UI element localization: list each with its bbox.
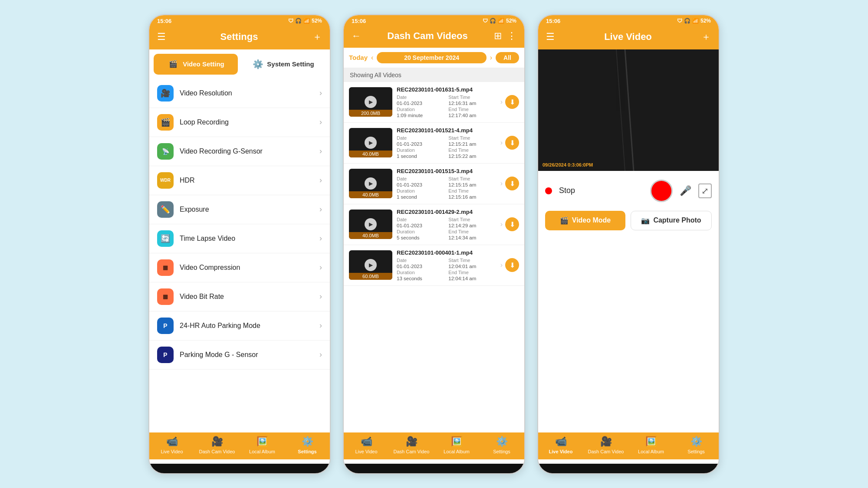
capture-photo-button[interactable]: 📷 Capture Photo	[631, 211, 712, 230]
play-icon-3[interactable]: ▶	[365, 177, 377, 190]
settings-item-bitrate[interactable]: ▦ Video Bit Rate ›	[149, 282, 330, 311]
wifi-icon-2: 📶	[498, 18, 504, 24]
gsensor-icon: 📡	[157, 143, 174, 160]
nav-live-video-3[interactable]: 📹 Live Video	[538, 436, 583, 454]
settings-item-exposure[interactable]: ✏️ Exposure ›	[149, 195, 330, 224]
video-item-4[interactable]: ▶ 40.0MB REC20230101-001429-2.mp4 Date S…	[344, 204, 524, 245]
gear-tab-icon: ⚙️	[253, 59, 263, 69]
settings-item-parking-24hr[interactable]: P 24-HR Auto Parking Mode ›	[149, 311, 330, 341]
play-icon-4[interactable]: ▶	[365, 218, 377, 230]
video-size-3: 40.0MB	[349, 191, 392, 198]
filter-next-icon[interactable]: ›	[490, 54, 492, 62]
shield-icon: 🛡	[288, 18, 293, 24]
top-bar-3: ☰ Live Video ＋	[538, 27, 719, 49]
filter-today-label[interactable]: Today	[349, 54, 368, 61]
start-val-2: 12:15:21 am	[448, 141, 496, 147]
microphone-icon[interactable]: 🎤	[680, 185, 691, 197]
settings-item-gsensor[interactable]: 📡 Video Recording G-Sensor ›	[149, 137, 330, 166]
settings-item-loop-recording[interactable]: 🎬 Loop Recording ›	[149, 108, 330, 137]
play-icon-2[interactable]: ▶	[365, 137, 377, 149]
nav-live-video-icon-1: 📹	[166, 436, 178, 447]
parking-gsensor-icon: P	[157, 347, 174, 363]
live-control-row1: Stop 🎤 ⤢	[545, 180, 712, 202]
play-icon-5[interactable]: ▶	[365, 259, 377, 271]
download-btn-1[interactable]: ⬇	[505, 95, 519, 109]
video-item-1[interactable]: ▶ 200.0MB REC20230101-001631-5.mp4 Date …	[344, 82, 524, 123]
top-bar-2: ← Dash Cam Videos ⊞ ⋮	[344, 27, 524, 48]
video-mode-button[interactable]: 🎬 Video Mode	[545, 211, 625, 230]
video-feed-svg	[538, 49, 719, 171]
back-icon-2[interactable]: ←	[352, 30, 361, 42]
settings-item-video-resolution[interactable]: 🎥 Video Resolution ›	[149, 79, 330, 108]
menu-icon-3[interactable]: ☰	[546, 31, 555, 43]
nav-dash-icon-2: 🎥	[406, 436, 418, 447]
chevron-right-5: ›	[500, 261, 503, 269]
tab-video-setting[interactable]: 🎬 Video Setting	[154, 54, 238, 75]
settings-item-compression[interactable]: ▦ Video Compression ›	[149, 253, 330, 282]
filter-prev-icon[interactable]: ‹	[371, 54, 373, 62]
date-filter: Today ‹ 20 September 2024 › All	[344, 48, 524, 68]
video-right-3: › ⬇	[500, 177, 519, 190]
video-item-5[interactable]: ▶ 60.0MB REC20230101-000401-1.mp4 Date S…	[344, 245, 524, 286]
page-title-1: Settings	[166, 31, 312, 43]
nav-settings-3[interactable]: ⚙️ Settings	[674, 436, 719, 454]
nav-dash-cam-2[interactable]: 🎥 Dash Cam Video	[389, 436, 434, 454]
end-label-5: End Time	[448, 270, 496, 275]
video-thumb-3: ▶ 40.0MB	[349, 169, 392, 198]
end-label-2: End Time	[448, 147, 496, 153]
video-size-4: 40.0MB	[349, 232, 392, 239]
filter-all-button[interactable]: All	[496, 52, 519, 63]
nav-dash-icon-3: 🎥	[600, 436, 612, 447]
menu-icon-1[interactable]: ☰	[157, 31, 166, 43]
time-3: 15:06	[546, 18, 560, 24]
play-icon-1[interactable]: ▶	[365, 96, 377, 108]
headphone-icon: 🎧	[295, 18, 302, 24]
add-icon-3[interactable]: ＋	[701, 30, 711, 43]
nav-local-album-2[interactable]: 🖼️ Local Album	[434, 436, 479, 454]
nav-settings-1[interactable]: ⚙️ Settings	[285, 436, 330, 454]
nav-dash-cam-3[interactable]: 🎥 Dash Cam Video	[583, 436, 628, 454]
phone-live-video: 15:06 🛡 🎧 📶 52% ☰ Live Video ＋ 09/26/202…	[537, 14, 720, 474]
tab-system-setting[interactable]: ⚙️ System Setting	[241, 54, 326, 75]
filter-date-button[interactable]: 20 September 2024	[377, 52, 486, 63]
settings-item-timelapse[interactable]: 🔄 Time Lapse Video ›	[149, 224, 330, 253]
grid-icon-2[interactable]: ⊞	[494, 30, 502, 42]
nav-live-video-1[interactable]: 📹 Live Video	[149, 436, 194, 454]
settings-item-parking-gsensor[interactable]: P Parking Mode G - Sensor ›	[149, 341, 330, 370]
end-label-4: End Time	[448, 229, 496, 234]
nav-local-album-3[interactable]: 🖼️ Local Album	[628, 436, 674, 454]
end-val-3: 12:15:16 am	[448, 194, 496, 200]
nav-live-video-2[interactable]: 📹 Live Video	[344, 436, 389, 454]
video-thumb-5: ▶ 60.0MB	[349, 250, 392, 280]
download-btn-4[interactable]: ⬇	[505, 217, 519, 231]
battery-icon-3: 52%	[700, 18, 711, 24]
nav-settings-2[interactable]: ⚙️ Settings	[479, 436, 524, 454]
time-2: 15:06	[352, 18, 366, 24]
download-btn-3[interactable]: ⬇	[505, 177, 519, 190]
video-item-3[interactable]: ▶ 40.0MB REC20230101-001515-3.mp4 Date S…	[344, 164, 524, 204]
timelapse-icon: 🔄	[157, 230, 174, 247]
download-btn-5[interactable]: ⬇	[505, 258, 519, 272]
nav-live-icon-2: 📹	[361, 436, 372, 447]
nav-local-album-1[interactable]: 🖼️ Local Album	[240, 436, 285, 454]
more-icon-2[interactable]: ⋮	[507, 30, 516, 42]
bottom-nav-2: 📹 Live Video 🎥 Dash Cam Video 🖼️ Local A…	[344, 432, 524, 459]
dur-val-1: 1:09 minute	[397, 113, 444, 118]
chevron-icon-6: ›	[319, 263, 322, 272]
nav-dash-cam-1[interactable]: 🎥 Dash Cam Video	[194, 436, 240, 454]
download-btn-2[interactable]: ⬇	[505, 136, 519, 150]
video-item-2[interactable]: ▶ 40.0MB REC20230101-001521-4.mp4 Date S…	[344, 123, 524, 164]
date-val-5: 01-01-2023	[397, 264, 444, 269]
video-thumb-2: ▶ 40.0MB	[349, 128, 392, 157]
video-resolution-icon: 🎥	[157, 85, 174, 102]
settings-item-hdr[interactable]: WDR HDR ›	[149, 166, 330, 195]
end-val-4: 12:14:34 am	[448, 235, 496, 240]
record-button[interactable]	[650, 180, 673, 202]
add-icon-1[interactable]: ＋	[312, 30, 322, 43]
showing-bar: Showing All Videos	[344, 68, 524, 82]
end-val-5: 12:04:14 am	[448, 276, 496, 281]
fullscreen-icon[interactable]: ⤢	[698, 183, 712, 198]
status-icons-2: 🛡 🎧 📶 52%	[483, 18, 516, 24]
date-label-2: Date	[397, 135, 444, 141]
date-label-1: Date	[397, 95, 444, 100]
